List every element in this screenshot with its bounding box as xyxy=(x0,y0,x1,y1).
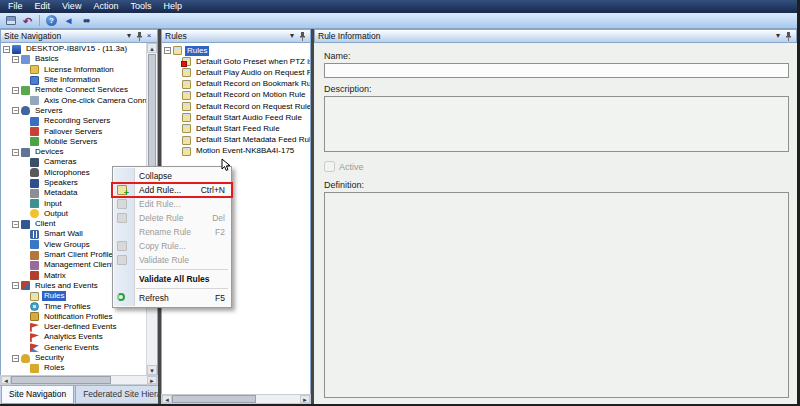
chevron-down-icon[interactable]: ▾ xyxy=(124,30,134,42)
tree-item-default-play-audio-on-request-rule[interactable]: Default Play Audio on Request Rule xyxy=(162,67,310,78)
active-checkbox[interactable] xyxy=(324,161,335,172)
tree-item-label: View Groups xyxy=(42,240,92,250)
definition-label: Definition: xyxy=(324,180,789,190)
rule-name-input[interactable] xyxy=(324,63,789,78)
save-icon[interactable] xyxy=(3,14,18,27)
tree-item-notification-profiles[interactable]: Notification Profiles xyxy=(1,312,146,322)
shortcut-label: Ctrl+N xyxy=(201,185,225,195)
scroll-right-icon[interactable]: ► xyxy=(300,395,310,403)
collapse-expander-icon[interactable]: − xyxy=(12,282,19,289)
scroll-down-icon[interactable]: ▼ xyxy=(147,365,157,375)
tree-item-failover-servers[interactable]: Failover Servers xyxy=(1,126,146,136)
failover-icon xyxy=(30,127,39,136)
context-menu-item-validate-all-rules[interactable]: Validate All Rules xyxy=(113,272,231,286)
collapse-expander-icon[interactable]: − xyxy=(12,149,19,156)
note-icon xyxy=(182,147,191,156)
collapse-expander-icon[interactable]: − xyxy=(12,107,19,114)
smart-client-profiles-icon xyxy=(30,251,39,260)
tree-item-default-record-on-motion-rule[interactable]: Default Record on Motion Rule xyxy=(162,90,310,101)
tree-item-mobile-servers[interactable]: Mobile Servers xyxy=(1,137,146,147)
tree-item-remote-connect-services[interactable]: −Remote Connect Services xyxy=(1,85,146,95)
tree-item-analytics-events[interactable]: Analytics Events xyxy=(1,332,146,342)
scroll-right-icon[interactable]: ► xyxy=(147,376,157,384)
tab-site-navigation[interactable]: Site Navigation xyxy=(1,386,74,404)
menu-item-tools[interactable]: Tools xyxy=(124,0,157,13)
tree-item-user-defined-events[interactable]: User-defined Events xyxy=(1,322,146,332)
collapse-expander-icon[interactable]: − xyxy=(12,221,19,228)
rules-events-icon xyxy=(21,281,30,290)
tree-item-label: Default Play Audio on Request Rule xyxy=(194,68,310,78)
menu-item-view[interactable]: View xyxy=(56,0,87,13)
tree-item-label: Basics xyxy=(33,54,61,64)
tree-item-label: Default Record on Bookmark Rule xyxy=(194,79,310,89)
tree-item-label: DESKTOP-IB8IV15 - (11.3a) xyxy=(24,44,129,54)
tree-item-default-start-metadata-feed-rule[interactable]: Default Start Metadata Feed Rule xyxy=(162,135,310,146)
rule-description-textarea[interactable] xyxy=(324,96,789,152)
tree-item-motion-event-nk8ba4i-175[interactable]: Motion Event-NK8BA4I-175 xyxy=(162,146,310,157)
context-menu-item-collapse[interactable]: Collapse xyxy=(113,169,231,183)
horizontal-scrollbar[interactable]: ◄ ► xyxy=(161,394,311,404)
note-icon xyxy=(182,124,191,133)
tree-item-license-information[interactable]: License Information xyxy=(1,65,146,75)
tree-item-roles[interactable]: Roles xyxy=(1,363,146,373)
menu-bar: FileEditViewActionToolsHelp xyxy=(0,0,797,13)
chevron-down-icon[interactable]: ▾ xyxy=(287,30,297,42)
scroll-left-icon[interactable]: ◄ xyxy=(162,395,172,403)
note-icon xyxy=(30,292,39,301)
tree-item-label: Cameras xyxy=(42,157,78,167)
collapse-expander-icon[interactable]: − xyxy=(164,47,171,54)
add-rule-icon xyxy=(117,185,127,195)
scroll-up-icon[interactable]: ▲ xyxy=(147,43,157,53)
tree-item-servers[interactable]: −Servers xyxy=(1,106,146,116)
tree-item-label: Motion Event-NK8BA4I-175 xyxy=(194,146,296,156)
help-icon[interactable]: ? xyxy=(44,14,59,27)
tree-item-default-goto-preset-when-ptz-is-don[interactable]: Default Goto Preset when PTZ is don xyxy=(162,56,310,67)
rules-context-menu: CollapseAdd Rule...Ctrl+NEdit Rule...Del… xyxy=(112,166,232,308)
tree-item-basics[interactable]: −Basics xyxy=(1,54,146,64)
servers-icon xyxy=(21,106,30,115)
tree-item-default-record-on-bookmark-rule[interactable]: Default Record on Bookmark Rule xyxy=(162,79,310,90)
tree-item-default-record-on-request-rule[interactable]: Default Record on Request Rule xyxy=(162,101,310,112)
collapse-expander-icon[interactable]: − xyxy=(12,56,19,63)
menu-item-help[interactable]: Help xyxy=(157,0,188,13)
tree-item-security[interactable]: −Security xyxy=(1,353,146,363)
collapse-expander-icon[interactable]: − xyxy=(12,355,19,362)
smart-wall-icon xyxy=(30,230,39,239)
chevron-down-icon[interactable]: ▾ xyxy=(773,30,783,42)
context-menu-item-add-rule[interactable]: Add Rule...Ctrl+N xyxy=(113,183,231,197)
toolbar-separator xyxy=(39,15,40,26)
menu-item-file[interactable]: File xyxy=(2,0,29,13)
tree-item-default-start-audio-feed-rule[interactable]: Default Start Audio Feed Rule xyxy=(162,112,310,123)
tree-item-label: Smart Wall xyxy=(42,229,85,239)
menu-item-edit[interactable]: Edit xyxy=(29,0,57,13)
basics-icon xyxy=(21,55,30,64)
scrollbar-thumb[interactable] xyxy=(172,395,256,403)
tree-item-axis-one-click-camera-connectio[interactable]: Axis One-click Camera Connectio xyxy=(1,95,146,105)
pin-icon[interactable] xyxy=(134,32,144,41)
tree-item-label: Analytics Events xyxy=(42,332,105,342)
context-menu-item-refresh[interactable]: RefreshF5 xyxy=(113,291,231,305)
close-icon[interactable]: × xyxy=(144,30,154,42)
menu-separator xyxy=(136,288,228,289)
tree-item-generic-events[interactable]: Generic Events xyxy=(1,343,146,353)
show-panes-icon[interactable]: ◄ xyxy=(61,14,76,27)
generic-icon xyxy=(30,343,39,352)
tree-item-desktop-ib8iv15-11-3a[interactable]: −DESKTOP-IB8IV15 - (11.3a) xyxy=(1,44,146,54)
scrollbar-thumb[interactable] xyxy=(11,376,111,384)
view-groups-icon xyxy=(30,240,39,249)
collapse-expander-icon[interactable]: − xyxy=(3,46,10,53)
tree-item-site-information[interactable]: Site Information xyxy=(1,75,146,85)
scroll-left-icon[interactable]: ◄ xyxy=(1,376,11,384)
horizontal-scrollbar[interactable]: ◄ ► xyxy=(0,375,158,385)
find-icon[interactable]: ●● xyxy=(78,14,93,27)
collapse-expander-icon[interactable]: − xyxy=(12,87,19,94)
menu-item-action[interactable]: Action xyxy=(87,0,124,13)
pin-icon[interactable] xyxy=(297,32,307,41)
pin-icon[interactable] xyxy=(783,32,793,41)
tree-item-rules[interactable]: −Rules xyxy=(162,45,310,56)
undo-icon[interactable]: ↶ xyxy=(20,14,35,27)
tree-item-label: Default Start Feed Rule xyxy=(194,124,282,134)
tree-item-default-start-feed-rule[interactable]: Default Start Feed Rule xyxy=(162,123,310,134)
tree-item-devices[interactable]: −Devices xyxy=(1,147,146,157)
tree-item-recording-servers[interactable]: Recording Servers xyxy=(1,116,146,126)
